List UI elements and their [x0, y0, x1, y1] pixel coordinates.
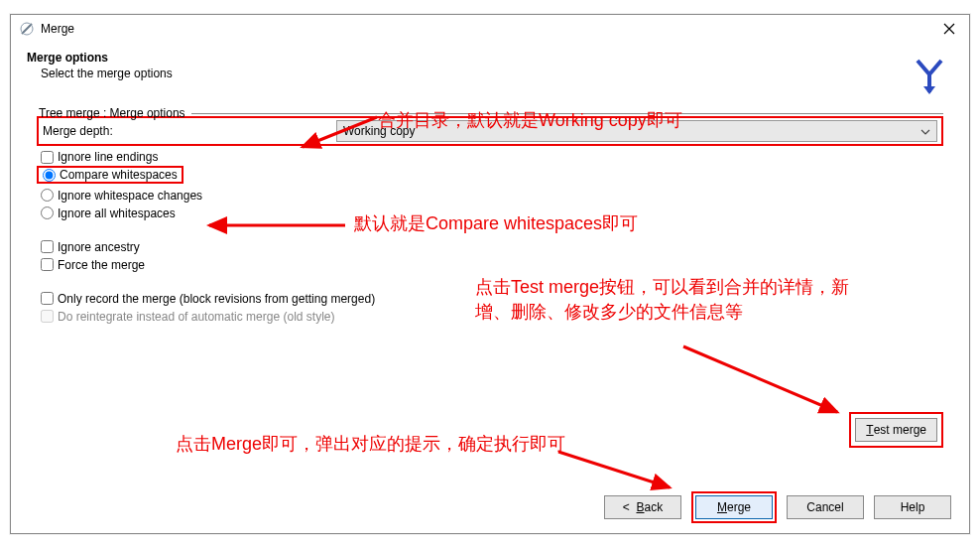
svg-line-4 — [558, 452, 670, 487]
button-label: Help — [901, 500, 925, 514]
chevron-down-icon — [920, 124, 930, 138]
checkbox-input[interactable] — [41, 151, 54, 164]
button-label-u: T — [866, 423, 873, 437]
groupbox-line — [191, 113, 943, 114]
back-button[interactable]: < Back — [604, 495, 681, 519]
radio-input[interactable] — [41, 189, 54, 202]
annotation-text: 点击Merge即可，弹出对应的提示，确定执行即可 — [176, 432, 565, 456]
button-bar: < Back Merge Cancel Help — [604, 491, 951, 523]
button-label: Merge — [717, 500, 751, 514]
radio-label: Ignore all whitespaces — [58, 206, 176, 220]
test-merge-button[interactable]: Test merge — [855, 418, 937, 442]
ignore-all-whitespaces-radio[interactable]: Ignore all whitespaces — [41, 206, 943, 220]
annotation-arrow-icon — [552, 446, 681, 495]
checkbox-label: Ignore ancestry — [58, 240, 140, 254]
checkbox-label: Force the merge — [58, 258, 145, 272]
app-icon — [19, 21, 35, 37]
radio-input[interactable] — [41, 206, 54, 219]
button-label: < Back — [623, 500, 663, 514]
checkbox-input[interactable] — [41, 292, 54, 305]
ignore-whitespace-changes-radio[interactable]: Ignore whitespace changes — [41, 189, 943, 203]
close-icon — [943, 23, 955, 35]
merge-depth-select[interactable]: Working copy — [336, 120, 937, 142]
checkbox-label: Ignore line endings — [58, 150, 158, 164]
radio-input[interactable] — [43, 169, 56, 182]
merge-depth-row: Merge depth: Working copy — [37, 116, 943, 146]
button-label: Cancel — [806, 500, 843, 514]
compare-whitespaces-radio[interactable]: Compare whitespaces — [43, 168, 178, 182]
ignore-ancestry-checkbox[interactable]: Ignore ancestry — [41, 240, 943, 254]
radio-label: Compare whitespaces — [60, 168, 178, 182]
titlebar: Merge — [11, 15, 969, 43]
options-groupbox: Tree merge : Merge options Merge depth: … — [37, 116, 943, 324]
header-title: Merge options — [27, 51, 953, 65]
content-area: Tree merge : Merge options Merge depth: … — [11, 116, 969, 324]
checkbox-label: Only record the merge (block revisions f… — [58, 292, 375, 306]
groupbox-label: Tree merge : Merge options — [37, 106, 187, 120]
header-section: Merge options Select the merge options — [11, 43, 969, 84]
merge-depth-value: Working copy — [343, 124, 415, 138]
merge-wizard-icon — [908, 55, 951, 101]
annotation-arrow-icon — [674, 341, 852, 420]
window-title: Merge — [41, 22, 74, 36]
checkbox-label: Do reintegrate instead of automatic merg… — [58, 310, 334, 324]
cancel-button[interactable]: Cancel — [787, 495, 864, 519]
do-reintegrate-checkbox: Do reintegrate instead of automatic merg… — [41, 310, 943, 324]
help-button[interactable]: Help — [874, 495, 951, 519]
close-button[interactable] — [929, 15, 969, 43]
checkbox-input — [41, 310, 54, 323]
only-record-checkbox[interactable]: Only record the merge (block revisions f… — [41, 292, 943, 306]
merge-button[interactable]: Merge — [695, 495, 773, 519]
merge-depth-label: Merge depth: — [43, 124, 336, 138]
force-merge-checkbox[interactable]: Force the merge — [41, 258, 943, 272]
checkbox-input[interactable] — [41, 258, 54, 271]
checkbox-input[interactable] — [41, 240, 54, 253]
merge-dialog: Merge Merge options Select the merge opt… — [10, 14, 970, 534]
radio-label: Ignore whitespace changes — [58, 189, 202, 203]
header-subtitle: Select the merge options — [41, 67, 953, 80]
button-label: est merge — [874, 423, 926, 437]
ignore-line-endings-checkbox[interactable]: Ignore line endings — [41, 150, 943, 164]
svg-line-3 — [683, 346, 837, 412]
